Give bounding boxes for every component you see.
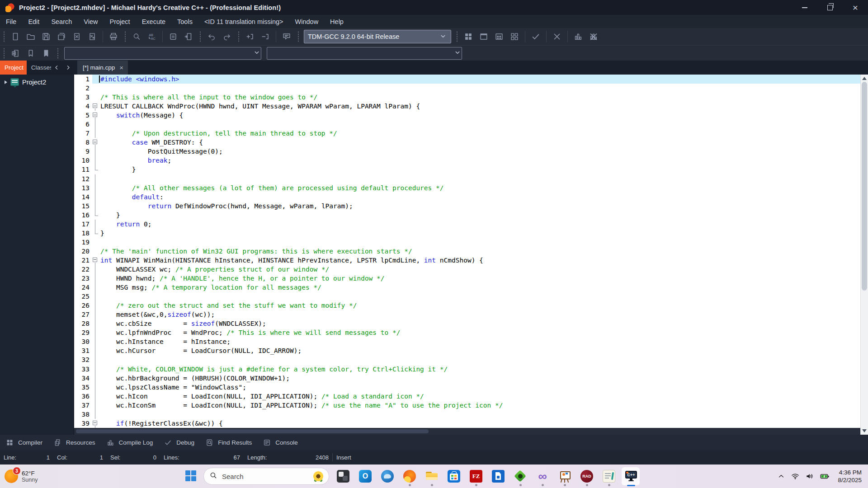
toolbar-grip[interactable]	[456, 31, 458, 42]
taskbar-app-firefox[interactable]	[403, 466, 416, 486]
code-line-15[interactable]: 15 return DefWindowProc(hwnd, Message, w…	[74, 202, 861, 211]
menu-item-search[interactable]: Search	[45, 15, 78, 28]
code-line-12[interactable]: 12	[74, 174, 861, 183]
fold-toggle-icon[interactable]	[92, 111, 99, 120]
scroll-down-icon[interactable]	[862, 429, 867, 432]
compiler-select[interactable]: TDM-GCC 9.2.0 64-bit Release	[304, 30, 451, 43]
close-all-files-button[interactable]	[85, 30, 100, 43]
code-editor[interactable]: 1#include <windows.h>23/* This is where …	[74, 75, 861, 428]
close-file-button[interactable]	[69, 30, 85, 43]
battery-icon[interactable]	[820, 471, 830, 481]
taskbar-app-paint-easel[interactable]	[558, 466, 571, 486]
code-line-32[interactable]: 32	[74, 355, 861, 364]
code-line-35[interactable]: 35 wc.lpszClassName = "WindowClass";	[74, 383, 861, 392]
toolbar-grip[interactable]	[237, 31, 240, 42]
bookmark-filled-button[interactable]	[38, 47, 54, 60]
find-button[interactable]	[129, 30, 144, 43]
indent-button[interactable]	[242, 30, 258, 43]
panel-tab-console[interactable]: Console	[257, 435, 303, 450]
cascade-windows-button[interactable]	[491, 30, 507, 43]
code-line-39[interactable]: 39 if(!RegisterClassEx(&wc)) {	[74, 419, 861, 428]
code-line-6[interactable]: 6	[74, 120, 861, 129]
taskbar-app-notepad[interactable]	[602, 466, 616, 486]
tabs-scroll-left[interactable]	[51, 61, 62, 75]
menu-item-window[interactable]: Window	[289, 15, 325, 28]
profile-button[interactable]	[571, 30, 586, 43]
code-line-30[interactable]: 30 wc.hInstance = hInstance;	[74, 337, 861, 346]
taskbar-app-visual-studio[interactable]: ∞	[536, 466, 549, 486]
arrange-windows-button[interactable]	[507, 30, 522, 43]
abort-compile-button[interactable]	[549, 30, 565, 43]
code-line-2[interactable]: 2	[74, 84, 861, 93]
volume-icon[interactable]	[805, 472, 814, 481]
panel-tab-debug[interactable]: Debug	[158, 435, 200, 450]
taskbar-app-ms-store[interactable]	[447, 466, 461, 486]
toolbar-grip[interactable]	[297, 31, 299, 42]
taskbar-app-file-explorer[interactable]	[425, 466, 439, 486]
restore-button[interactable]	[817, 0, 843, 15]
code-line-36[interactable]: 36 wc.hIcon = LoadIcon(NULL, IDI_APPLICA…	[74, 392, 861, 401]
vertical-scrollbar-thumb[interactable]	[862, 82, 867, 291]
menu-item-project[interactable]: Project	[104, 15, 136, 28]
panel-tab-find-results[interactable]: Find Results	[200, 435, 257, 450]
code-line-13[interactable]: 13 /* All other messages (a lot of them)…	[74, 183, 861, 192]
code-line-11[interactable]: 11 }	[74, 165, 861, 174]
code-line-24[interactable]: 24 MSG msg; /* A temporary location for …	[74, 283, 861, 292]
expand-arrow-icon[interactable]	[5, 80, 7, 84]
code-line-3[interactable]: 3/* This is where all the input to the w…	[74, 93, 861, 102]
maximize-window-button[interactable]	[476, 30, 491, 43]
toolbar-grip[interactable]	[3, 31, 5, 42]
code-line-22[interactable]: 22 WNDCLASSEX wc; /* A properties struct…	[74, 265, 861, 274]
taskbar-app-thunderbird[interactable]	[381, 466, 394, 486]
toolbar-grip[interactable]	[199, 31, 201, 42]
taskbar-app-filezilla[interactable]: FZ	[469, 466, 483, 486]
panel-tab-compiler[interactable]: Compiler	[0, 435, 48, 450]
add-unit-button[interactable]	[8, 47, 23, 60]
code-line-8[interactable]: 8 case WM_DESTROY: {	[74, 138, 861, 147]
taskbar-app-game-diamond[interactable]	[514, 466, 527, 486]
code-line-37[interactable]: 37 wc.hIconSm = LoadIcon(NULL, IDI_APPLI…	[74, 401, 861, 410]
goto-function-combo[interactable]	[64, 47, 261, 60]
taskbar-app-creative-cpp[interactable]: C++	[624, 466, 638, 486]
outdent-button[interactable]	[258, 30, 273, 43]
print-button[interactable]	[106, 30, 121, 43]
code-line-27[interactable]: 27 memset(&wc,0,sizeof(wc));	[74, 310, 861, 319]
code-line-10[interactable]: 10 break;	[74, 156, 861, 165]
menu-item-help[interactable]: Help	[324, 15, 349, 28]
save-all-button[interactable]	[54, 30, 69, 43]
taskbar-app-blue-package[interactable]	[491, 466, 505, 486]
code-line-31[interactable]: 31 wc.hCursor = LoadCursor(NULL, IDC_ARR…	[74, 346, 861, 355]
horizontal-scrollbar-thumb[interactable]	[76, 429, 429, 433]
toolbar-grip[interactable]	[57, 48, 59, 59]
code-line-25[interactable]: 25	[74, 292, 861, 301]
wifi-icon[interactable]	[791, 472, 800, 481]
tab-close-icon[interactable]: ×	[119, 64, 123, 71]
syntax-check-button[interactable]	[528, 30, 543, 43]
code-line-4[interactable]: 4LRESULT CALLBACK WndProc(HWND hwnd, UIN…	[74, 102, 861, 111]
taskbar-app-rad-studio[interactable]: RAD	[580, 466, 594, 486]
tray-expand-icon[interactable]	[777, 472, 785, 480]
code-line-7[interactable]: 7 /* Upon destruction, tell the main thr…	[74, 129, 861, 138]
toolbar-grip[interactable]	[3, 48, 5, 59]
menu-item-edit[interactable]: Edit	[22, 15, 45, 28]
taskbar-app-outlook[interactable]: O	[359, 466, 372, 486]
code-line-34[interactable]: 34 wc.hbrBackground = (HBRUSH)(COLOR_WIN…	[74, 374, 861, 383]
code-line-18[interactable]: 18}	[74, 229, 861, 238]
code-line-5[interactable]: 5 switch(Message) {	[74, 111, 861, 120]
code-line-9[interactable]: 9 PostQuitMessage(0);	[74, 147, 861, 156]
replace-button[interactable]: ABAC	[144, 30, 160, 43]
code-line-19[interactable]: 19	[74, 238, 861, 247]
sidebar-tab-classes[interactable]: Classes	[27, 61, 51, 75]
taskbar-app-theme-tile[interactable]	[336, 466, 350, 486]
tabs-scroll-right[interactable]	[62, 61, 74, 75]
panel-tab-compile-log[interactable]: Compile Log	[101, 435, 159, 450]
save-button[interactable]	[38, 30, 54, 43]
code-line-38[interactable]: 38	[74, 410, 861, 419]
vertical-scrollbar[interactable]	[860, 75, 868, 435]
minimize-button[interactable]	[792, 0, 817, 15]
tree-item-project2[interactable]: Project2	[0, 75, 74, 89]
taskbar-clock[interactable]: 4:36 PM 8/2/2025	[838, 469, 862, 484]
toolbar-grip[interactable]	[124, 31, 126, 42]
menu-item-file[interactable]: File	[0, 15, 22, 28]
code-line-20[interactable]: 20/* The 'main' function of Win32 GUI pr…	[74, 247, 861, 256]
